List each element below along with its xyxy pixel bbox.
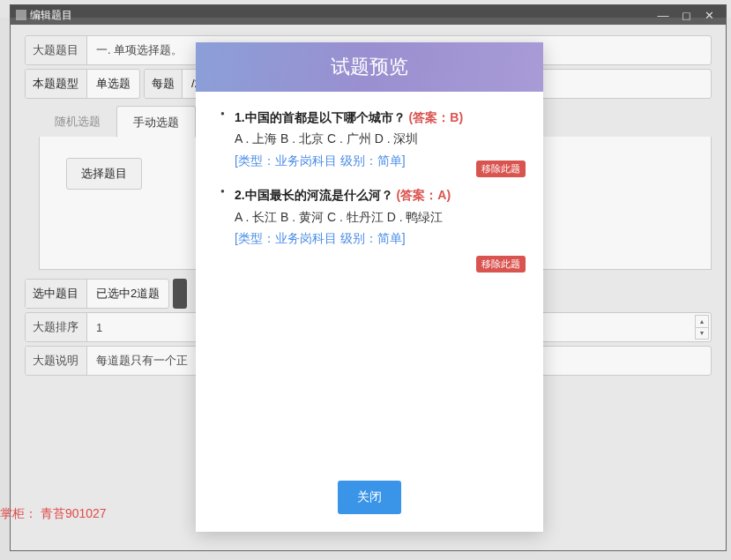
remove-question-button[interactable]: 移除此题 [476, 161, 526, 177]
question-item: 1.中国的首都是以下哪个城市？ (答案：B)A . 上海 B . 北京 C . … [220, 108, 517, 169]
question-meta: [类型：业务岗科目 级别：简单] [235, 153, 517, 169]
question-options: A . 长江 B . 黄河 C . 牡丹江 D . 鸭绿江 [235, 207, 517, 228]
modal-close-button[interactable]: 关闭 [338, 481, 401, 514]
question-options: A . 上海 B . 北京 C . 广州 D . 深圳 [235, 129, 517, 150]
modal-body[interactable]: 1.中国的首都是以下哪个城市？ (答案：B)A . 上海 B . 北京 C . … [196, 92, 543, 481]
question-answer: 答案：B [413, 110, 459, 124]
question-answer: 答案：A [400, 188, 446, 202]
question-meta: [类型：业务岗科目 级别：简单] [235, 231, 517, 247]
question-title: 1.中国的首都是以下哪个城市？ (答案：B) [235, 108, 517, 127]
modal-title: 试题预览 [196, 42, 543, 92]
remove-question-button[interactable]: 移除此题 [476, 256, 526, 273]
question-title: 2.中国最长的河流是什么河？ (答案：A) [235, 185, 517, 205]
preview-modal: 试题预览 1.中国的首都是以下哪个城市？ (答案：B)A . 上海 B . 北京… [196, 42, 543, 532]
question-item: 2.中国最长的河流是什么河？ (答案：A)A . 长江 B . 黄河 C . 牡… [220, 185, 517, 247]
